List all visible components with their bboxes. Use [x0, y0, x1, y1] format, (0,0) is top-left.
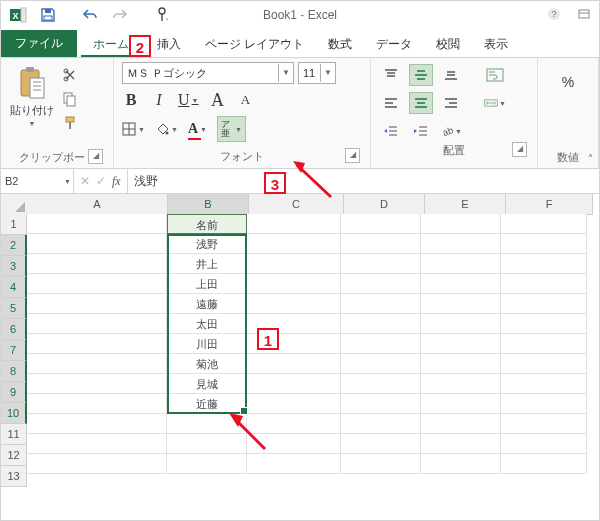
cell[interactable] — [341, 274, 421, 294]
cell[interactable] — [421, 294, 501, 314]
cell[interactable]: 太田 — [167, 314, 247, 334]
row-header[interactable]: 13 — [1, 466, 27, 487]
select-all-triangle[interactable] — [1, 194, 28, 215]
cell[interactable] — [341, 454, 421, 474]
cell[interactable] — [421, 394, 501, 414]
cell[interactable] — [501, 374, 587, 394]
cell[interactable] — [341, 214, 421, 234]
row-header[interactable]: 10 — [1, 403, 27, 424]
cell[interactable] — [27, 414, 167, 434]
touch-mode-button[interactable] — [151, 4, 173, 26]
align-center-button[interactable] — [409, 92, 433, 114]
align-bottom-button[interactable] — [439, 64, 463, 86]
cell[interactable] — [421, 354, 501, 374]
cell[interactable] — [421, 234, 501, 254]
cell[interactable]: 井上 — [167, 254, 247, 274]
orientation-button[interactable]: ab▼ — [439, 120, 463, 142]
row-header[interactable]: 5 — [1, 298, 27, 319]
undo-button[interactable] — [79, 4, 101, 26]
ribbon-options-icon[interactable] — [573, 3, 595, 25]
cell[interactable] — [501, 254, 587, 274]
font-size-combo[interactable]: 11▼ — [298, 62, 336, 84]
cell[interactable] — [501, 274, 587, 294]
cell[interactable] — [341, 374, 421, 394]
column-header[interactable]: E — [425, 194, 506, 215]
cell[interactable] — [27, 274, 167, 294]
cell[interactable]: 浅野 — [167, 234, 247, 254]
tab-review[interactable]: 校閲 — [424, 31, 472, 57]
cell[interactable] — [421, 334, 501, 354]
row-header[interactable]: 6 — [1, 319, 27, 340]
cell[interactable] — [421, 254, 501, 274]
cell[interactable] — [247, 454, 341, 474]
align-middle-button[interactable] — [409, 64, 433, 86]
wrap-text-button[interactable] — [483, 64, 507, 86]
align-top-button[interactable] — [379, 64, 403, 86]
cell[interactable] — [341, 394, 421, 414]
cell[interactable] — [247, 254, 341, 274]
cell[interactable] — [341, 354, 421, 374]
cell[interactable] — [501, 314, 587, 334]
cell[interactable] — [501, 434, 587, 454]
cell[interactable] — [341, 234, 421, 254]
tab-page-layout[interactable]: ページ レイアウト — [193, 31, 316, 57]
save-button[interactable] — [37, 4, 59, 26]
cell[interactable] — [501, 354, 587, 374]
row-header[interactable]: 1 — [1, 214, 27, 235]
copy-button[interactable] — [61, 90, 79, 108]
cell[interactable] — [341, 414, 421, 434]
row-header[interactable]: 4 — [1, 277, 27, 298]
cell[interactable] — [501, 394, 587, 414]
clipboard-dialog-launcher[interactable]: ◢ — [88, 149, 103, 164]
cell[interactable] — [501, 334, 587, 354]
worksheet[interactable]: ABCDEF 12345678910111213 名前浅野井上上田遠藤太田川田菊… — [1, 194, 599, 521]
cell[interactable] — [167, 454, 247, 474]
cell[interactable] — [341, 434, 421, 454]
fill-color-button[interactable]: ▼ — [155, 119, 178, 139]
cell[interactable] — [27, 334, 167, 354]
row-header[interactable]: 8 — [1, 361, 27, 382]
row-header[interactable]: 11 — [1, 424, 27, 445]
cut-button[interactable] — [61, 66, 79, 84]
bold-button[interactable]: B — [122, 90, 140, 110]
name-box[interactable]: B2▼ — [1, 169, 74, 193]
phonetic-button[interactable]: ア亜▼ — [217, 116, 246, 142]
column-header[interactable]: A — [27, 194, 168, 215]
alignment-dialog-launcher[interactable]: ◢ — [512, 142, 527, 157]
cell[interactable] — [421, 454, 501, 474]
tab-insert[interactable]: 挿入 — [145, 31, 193, 57]
column-header[interactable]: B — [168, 194, 249, 216]
redo-button[interactable] — [109, 4, 131, 26]
row-header[interactable]: 7 — [1, 340, 27, 361]
tab-view[interactable]: 表示 — [472, 31, 520, 57]
row-header[interactable]: 9 — [1, 382, 27, 403]
cell[interactable]: 見城 — [167, 374, 247, 394]
tab-data[interactable]: データ — [364, 31, 424, 57]
fx-icon[interactable]: fx — [112, 174, 121, 189]
cell[interactable] — [27, 434, 167, 454]
cell[interactable] — [341, 294, 421, 314]
cell[interactable] — [501, 234, 587, 254]
cell[interactable] — [501, 454, 587, 474]
cell[interactable] — [247, 274, 341, 294]
cell[interactable] — [247, 354, 341, 374]
decrease-indent-button[interactable] — [379, 120, 403, 142]
font-color-button[interactable]: A▼ — [188, 119, 207, 139]
font-dialog-launcher[interactable]: ◢ — [345, 148, 360, 163]
cell[interactable] — [247, 214, 341, 234]
tab-file[interactable]: ファイル — [1, 30, 77, 57]
cell[interactable] — [341, 314, 421, 334]
cell[interactable] — [247, 294, 341, 314]
column-header[interactable]: D — [344, 194, 425, 215]
row-header[interactable]: 3 — [1, 256, 27, 277]
cell[interactable] — [27, 454, 167, 474]
cell[interactable] — [501, 294, 587, 314]
cell[interactable] — [27, 294, 167, 314]
row-header[interactable]: 2 — [1, 235, 27, 256]
cell[interactable] — [27, 254, 167, 274]
format-painter-button[interactable] — [61, 114, 79, 132]
row-header[interactable]: 12 — [1, 445, 27, 466]
cell[interactable] — [421, 374, 501, 394]
tab-formulas[interactable]: 数式 — [316, 31, 364, 57]
cell[interactable] — [27, 214, 167, 234]
